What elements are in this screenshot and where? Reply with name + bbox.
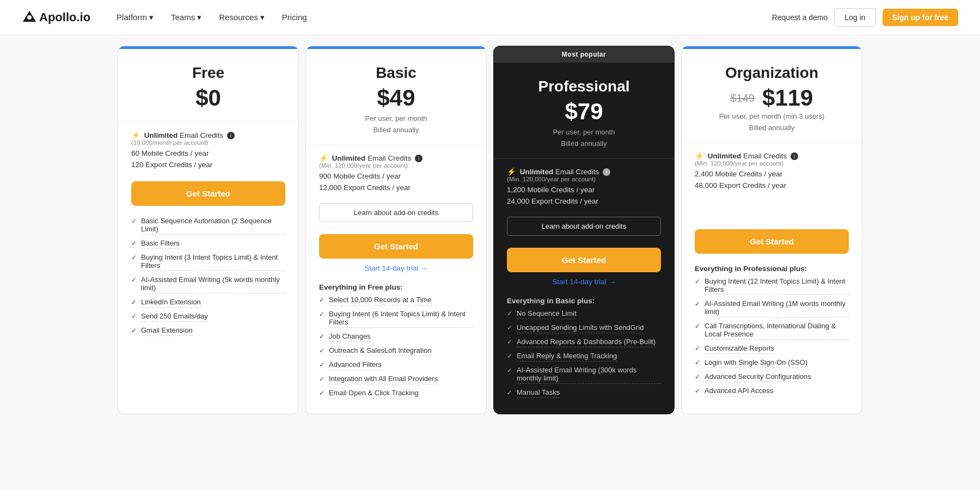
card-cta-professional: Get Started Start 14-day trial → [494, 241, 674, 292]
logo-icon [22, 10, 37, 25]
email-credits-organization: ⚡ Unlimited Email Credits i (Min. 120,00… [695, 150, 849, 168]
lightning-icon: ⚡ [131, 131, 140, 139]
get-started-professional-button[interactable]: Get Started [507, 248, 661, 272]
plan-name-free: Free [131, 64, 285, 82]
card-credits-free: ⚡ Unlimited Email Credits i (10,000/mont… [118, 122, 298, 175]
mobile-credits-professional: 1,200 Mobile Credits / year [507, 184, 661, 195]
features-heading-basic: Everything in Free plus: [319, 283, 473, 291]
check-icon: ✓ [319, 361, 324, 369]
check-icon: ✓ [507, 366, 512, 374]
check-icon: ✓ [695, 300, 700, 308]
card-header-professional: Professional $79 Per user, per monthBill… [494, 63, 674, 158]
request-demo-button[interactable]: Request a demo [772, 13, 828, 22]
mobile-credits-free: 60 Mobile Credits / year [131, 148, 285, 159]
plan-name-organization: Organization [695, 64, 849, 82]
card-credits-basic: ⚡ Unlimited Email Credits i (Min. 120,00… [306, 145, 486, 198]
feature-item: ✓ Job Changes [319, 332, 473, 342]
chevron-down-icon: ▾ [197, 13, 201, 22]
plan-price-free: $0 [131, 85, 285, 111]
feature-item: ✓ Advanced Filters [319, 360, 473, 370]
trial-link-basic[interactable]: Start 14-day trial → [319, 264, 473, 272]
check-icon: ✓ [507, 352, 512, 360]
get-started-organization-button[interactable]: Get Started [695, 229, 849, 254]
trial-link-professional[interactable]: Start 14-day trial → [507, 278, 661, 286]
check-icon: ✓ [319, 347, 324, 354]
addon-credits-basic-button[interactable]: Learn about add-on credits [319, 203, 473, 222]
nav-resources[interactable]: Resources ▾ [219, 13, 265, 22]
svg-point-1 [27, 15, 32, 20]
check-icon: ✓ [319, 389, 324, 397]
email-credits-basic: ⚡ Unlimited Email Credits i (Min. 120,00… [319, 152, 473, 170]
nav-platform[interactable]: Platform ▾ [117, 13, 154, 22]
plan-price-old-organization: $149 [731, 92, 755, 105]
feature-item: ✓ Integration with All Email Providers [319, 375, 473, 384]
plan-billing-professional: Per user, per monthBilled annually [507, 127, 661, 150]
card-features-organization: Everything in Professional plus: ✓ Buyin… [682, 260, 862, 412]
card-features-free: ✓ Basic Sequence Automation (2 Sequence … [118, 212, 298, 351]
info-icon[interactable]: i [603, 168, 610, 176]
login-button[interactable]: Log in [834, 8, 875, 27]
info-icon[interactable]: i [791, 152, 798, 160]
nav-links: Platform ▾ Teams ▾ Resources ▾ Pricing [117, 13, 772, 22]
card-credits-organization: ⚡ Unlimited Email Credits i (Min. 120,00… [682, 143, 862, 195]
card-header-basic: Basic $49 Per user, per monthBilled annu… [306, 49, 486, 145]
check-icon: ✓ [695, 322, 700, 330]
info-icon[interactable]: i [227, 132, 235, 139]
card-header-free: Free $0 [118, 49, 298, 122]
lightning-icon: ⚡ [507, 168, 516, 176]
feature-item: ✓ AI-Assisted Email Writing (1M words mo… [695, 299, 849, 317]
check-icon: ✓ [695, 387, 700, 395]
check-icon: ✓ [131, 217, 137, 225]
card-cta-free: Get Started [118, 175, 298, 212]
plan-price-professional: $79 [507, 99, 661, 125]
card-header-organization: Organization $149 $119 Per user, per mon… [682, 49, 862, 143]
check-icon: ✓ [695, 278, 700, 285]
check-icon: ✓ [695, 345, 700, 352]
popular-badge: Most popular [494, 46, 674, 63]
plan-price-new-organization: $119 [762, 85, 813, 111]
check-icon: ✓ [319, 333, 324, 340]
features-heading-organization: Everything in Professional plus: [695, 265, 849, 273]
get-started-free-button[interactable]: Get Started [131, 181, 285, 206]
navbar: Apollo.io Platform ▾ Teams ▾ Resources ▾… [0, 0, 980, 35]
feature-item: ✓ LinkedIn Extension [131, 298, 285, 308]
card-cta-organization: Get Started [682, 223, 862, 260]
feature-item: ✓ Basic Sequence Automation (2 Sequence … [131, 217, 285, 235]
check-icon: ✓ [131, 254, 137, 261]
plan-card-professional: Most popular Professional $79 Per user, … [493, 46, 675, 414]
feature-item: ✓ Advanced Security Configurations [695, 372, 849, 382]
plan-name-basic: Basic [319, 64, 473, 82]
plan-card-organization: Organization $149 $119 Per user, per mon… [681, 46, 862, 414]
feature-item: ✓ Advanced API Access [695, 387, 849, 396]
plan-billing-basic: Per user, per monthBilled annually [319, 113, 473, 136]
addon-credits-professional-button[interactable]: Learn about add-on credits [507, 217, 661, 236]
feature-item: ✓ Advanced Reports & Dashboards (Pre-Bui… [507, 338, 661, 347]
feature-item: ✓ Login with Single Sign-On (SSO) [695, 358, 849, 368]
plan-name-professional: Professional [507, 78, 661, 95]
get-started-basic-button[interactable]: Get Started [319, 234, 473, 259]
plan-billing-organization: Per user, per month (min 3 users)Billed … [695, 111, 849, 134]
check-icon: ✓ [131, 327, 137, 334]
feature-item: ✓ Send 250 Emails/day [131, 312, 285, 322]
features-heading-professional: Everything in Basic plus: [507, 297, 661, 305]
plan-price-basic: $49 [319, 85, 473, 111]
feature-item: ✓ Buying Intent (12 Intent Topics Limit)… [695, 277, 849, 295]
nav-pricing[interactable]: Pricing [282, 13, 307, 22]
check-icon: ✓ [507, 389, 512, 396]
signup-button[interactable]: Sign up for free [883, 9, 958, 26]
feature-item: ✓ Buying Intent (6 Intent Topics Limit) … [319, 310, 473, 328]
check-icon: ✓ [131, 313, 137, 320]
check-icon: ✓ [319, 296, 324, 304]
feature-item: ✓ Outreach & SalesLoft Integration [319, 346, 473, 356]
nav-teams[interactable]: Teams ▾ [171, 13, 201, 22]
chevron-down-icon: ▾ [260, 13, 265, 22]
check-icon: ✓ [507, 310, 512, 317]
export-credits-organization: 48,000 Export Credits / year [695, 180, 849, 191]
logo[interactable]: Apollo.io [22, 10, 90, 25]
check-icon: ✓ [131, 298, 137, 306]
export-credits-basic: 12,000 Export Credits / year [319, 182, 473, 193]
info-icon[interactable]: i [415, 155, 422, 162]
plan-card-free: Free $0 ⚡ Unlimited Email Credits i (10,… [118, 46, 299, 414]
check-icon: ✓ [507, 324, 512, 332]
lightning-icon: ⚡ [695, 152, 704, 160]
